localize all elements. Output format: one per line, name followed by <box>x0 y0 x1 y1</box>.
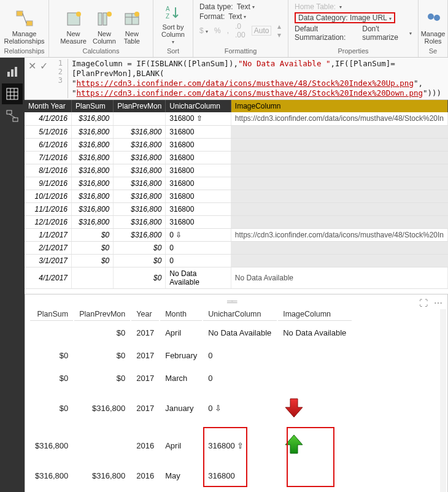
cell-monthyear[interactable]: 4/1/2016 <box>25 112 72 125</box>
cell-planprev[interactable]: $0 <box>114 241 166 254</box>
visual-row[interactable]: $0 $316,800 2017 January 0 ⇩ <box>30 390 352 426</box>
table-row[interactable]: 5/1/2016 $316,800 $316,800 316800 <box>25 125 448 138</box>
cell-planprev[interactable]: $316,800 <box>114 202 166 215</box>
cell-planprev[interactable]: $316,800 <box>114 151 166 164</box>
model-view-button[interactable] <box>2 106 23 126</box>
cell-unichar[interactable]: 316800 <box>166 138 231 151</box>
vcell-unichar[interactable]: 0 <box>203 367 277 389</box>
vcell-month[interactable]: April <box>160 428 202 464</box>
vcol-plansum[interactable]: PlanSum <box>30 308 73 321</box>
cancel-formula-button[interactable]: ✕ <box>28 60 36 72</box>
cell-imagecol[interactable]: https://cdn3.iconfinder.com/data/icons/m… <box>231 228 447 241</box>
new-table-button[interactable]: New Table <box>120 2 144 46</box>
vcell-month[interactable]: March <box>160 367 202 389</box>
format-dropdown[interactable]: Text ▾ <box>228 12 246 21</box>
table-row[interactable]: 1/1/2017 $0 $316,800 0 ⇩ https://cdn3.ic… <box>25 228 448 241</box>
vcell-unichar[interactable]: No Data Available <box>203 322 277 344</box>
col-monthyear[interactable]: Month Year <box>25 100 72 112</box>
cell-imagecol[interactable] <box>231 138 447 151</box>
vcell-plansum[interactable]: $0 <box>30 390 73 426</box>
drag-handle-icon[interactable]: ══ <box>227 297 245 301</box>
vcell-planprev[interactable]: $0 <box>74 367 130 389</box>
data-category-dropdown[interactable]: Data Category: Image URL ▾ <box>295 12 395 23</box>
vcell-month[interactable]: May <box>160 465 202 486</box>
table-row[interactable]: 2/1/2017 $0 $0 0 <box>25 241 448 254</box>
cell-planprev[interactable]: $0 <box>114 267 166 288</box>
comma-button[interactable]: , <box>227 26 229 35</box>
table-row[interactable]: 4/1/2017 $0 No Data Available No Data Av… <box>25 267 448 288</box>
scrollbar[interactable] <box>440 309 446 493</box>
cell-imagecol[interactable]: https://cdn3.iconfinder.com/data/icons/m… <box>231 112 447 125</box>
vcell-planprev[interactable]: $0 <box>74 322 130 344</box>
cell-planprev[interactable] <box>114 112 166 125</box>
cell-unichar[interactable]: 0 ⇩ <box>166 228 231 241</box>
cell-monthyear[interactable]: 3/1/2017 <box>25 254 72 267</box>
cell-unichar[interactable]: 316800 <box>166 125 231 138</box>
sort-by-column-button[interactable]: AZ Sort by Column ▾ <box>159 2 187 46</box>
vcell-unichar[interactable]: 0 <box>203 345 277 366</box>
cell-imagecol[interactable] <box>231 202 447 215</box>
summarization-dropdown[interactable]: Don't summarize ▾ <box>362 25 412 42</box>
table-row[interactable]: 7/1/2016 $316,800 $316,800 316800 <box>25 151 448 164</box>
cell-imagecol[interactable]: No Data Available <box>231 267 447 288</box>
datatype-dropdown[interactable]: Text ▾ <box>237 2 255 11</box>
cell-plansum[interactable]: $316,800 <box>72 112 114 125</box>
col-planprev[interactable]: PlanPrevMon <box>114 100 166 112</box>
cell-plansum[interactable]: $316,800 <box>72 151 114 164</box>
table-row[interactable]: 8/1/2016 $316,800 $316,800 316800 <box>25 164 448 177</box>
cell-imagecol[interactable] <box>231 254 447 267</box>
cell-plansum[interactable]: $316,800 <box>72 164 114 177</box>
cell-unichar[interactable]: 316800 <box>166 151 231 164</box>
cell-monthyear[interactable]: 6/1/2016 <box>25 138 72 151</box>
focus-mode-button[interactable]: ⛶ <box>419 298 428 308</box>
more-options-button[interactable]: ⋯ <box>434 298 442 308</box>
cell-plansum[interactable]: $316,800 <box>72 215 114 228</box>
cell-monthyear[interactable]: 8/1/2016 <box>25 164 72 177</box>
cell-plansum[interactable] <box>72 267 114 288</box>
cell-imagecol[interactable] <box>231 215 447 228</box>
vcell-image[interactable]: No Data Available <box>278 322 352 344</box>
formula-editor[interactable]: ImageColumn = IF(ISBLANK([PlanSum]),"No … <box>68 59 444 98</box>
col-unichar[interactable]: UnicharColumn <box>166 100 231 112</box>
cell-unichar[interactable]: 316800 <box>166 202 231 215</box>
col-imagecolumn[interactable]: ImageColumn <box>231 100 447 112</box>
vcol-month[interactable]: Month <box>160 308 202 321</box>
vcell-image[interactable] <box>278 367 352 389</box>
cell-plansum[interactable]: $316,800 <box>72 202 114 215</box>
auto-decimals[interactable]: Auto <box>252 26 272 36</box>
cell-imagecol[interactable] <box>231 241 447 254</box>
percent-button[interactable]: % <box>214 26 221 35</box>
cell-imagecol[interactable] <box>231 125 447 138</box>
cell-unichar[interactable]: 316800 <box>166 164 231 177</box>
cell-unichar[interactable]: 316800 <box>166 215 231 228</box>
vcell-planprev[interactable]: $316,800 <box>74 390 130 426</box>
cell-plansum[interactable]: $0 <box>72 254 114 267</box>
cell-unichar[interactable]: 316800 <box>166 177 231 190</box>
col-plansum[interactable]: PlanSum <box>72 100 114 112</box>
cell-planprev[interactable]: $0 <box>114 254 166 267</box>
cell-planprev[interactable]: $316,800 <box>114 164 166 177</box>
cell-imagecol[interactable] <box>231 164 447 177</box>
new-column-button[interactable]: New Column <box>90 2 118 46</box>
cell-monthyear[interactable]: 10/1/2016 <box>25 190 72 202</box>
cell-monthyear[interactable]: 1/1/2017 <box>25 228 72 241</box>
cell-plansum[interactable]: $316,800 <box>72 138 114 151</box>
vcell-year[interactable]: 2016 <box>131 465 159 486</box>
vcell-planprev[interactable] <box>74 428 130 464</box>
cell-unichar[interactable]: No Data Available <box>166 267 231 288</box>
visual-row[interactable]: $0 2017 April No Data Available No Data … <box>30 322 352 344</box>
cell-monthyear[interactable]: 2/1/2017 <box>25 241 72 254</box>
cell-plansum[interactable]: $316,800 <box>72 190 114 202</box>
table-row[interactable]: 12/1/2016 $316,800 $316,800 316800 <box>25 215 448 228</box>
vcell-unichar[interactable]: 0 ⇩ <box>203 390 277 426</box>
new-measure-button[interactable]: New Measure <box>58 2 89 46</box>
vcell-year[interactable]: 2017 <box>131 367 159 389</box>
vcell-year[interactable]: 2016 <box>131 428 159 464</box>
cell-plansum[interactable]: $0 <box>72 228 114 241</box>
vcell-plansum[interactable]: $316,800 <box>30 428 73 464</box>
visual-row[interactable]: $0 $0 2017 February 0 <box>30 345 352 366</box>
cell-plansum[interactable]: $316,800 <box>72 125 114 138</box>
currency-button[interactable]: $ ▾ <box>199 26 208 35</box>
vcol-imagecol[interactable]: ImageColumn <box>278 308 352 321</box>
visual-row[interactable]: $0 $0 2017 March 0 <box>30 367 352 389</box>
